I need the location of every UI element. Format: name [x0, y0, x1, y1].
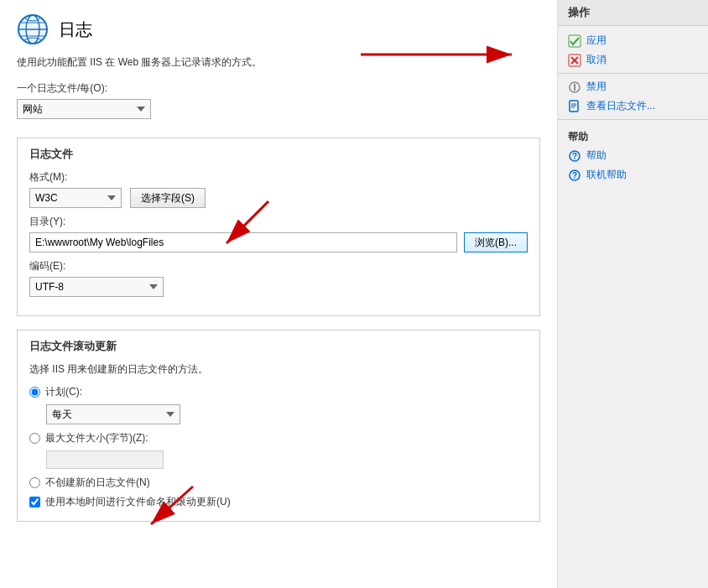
no-new-log-radio-label: 不创建新的日志文件(N) — [45, 476, 150, 490]
per-log-file-row: 一个日志文件/每(O): 网站 — [17, 81, 540, 119]
max-size-radio-label: 最大文件大小(字节)(Z): — [45, 431, 148, 445]
view-log-icon — [568, 100, 581, 113]
view-log-label: 查看日志文件... — [586, 99, 655, 113]
no-new-log-radio[interactable] — [29, 477, 40, 488]
per-log-file-select[interactable]: 网站 — [17, 99, 151, 119]
svg-point-5 — [18, 15, 47, 44]
log-file-section: 日志文件 格式(M): W3C IIS NCSA 自定义 选择字段(S) 目录(… — [17, 138, 540, 316]
encoding-label: 编码(E): — [29, 259, 528, 273]
per-log-file-label: 一个日志文件/每(O): — [17, 81, 540, 96]
sidebar-divider-1 — [558, 73, 708, 74]
directory-input[interactable] — [29, 232, 457, 252]
help-icon: ? — [568, 149, 581, 163]
apply-icon — [568, 34, 581, 48]
rolling-section-title: 日志文件滚动更新 — [29, 339, 528, 354]
view-log-action[interactable]: 查看日志文件... — [558, 96, 708, 116]
help-label: 帮助 — [586, 148, 606, 163]
online-help-label: 联机帮助 — [586, 168, 627, 182]
log-file-section-title: 日志文件 — [29, 147, 528, 162]
format-row: 格式(M): W3C IIS NCSA 自定义 选择字段(S) — [29, 170, 528, 208]
format-select[interactable]: W3C IIS NCSA 自定义 — [29, 188, 122, 208]
sidebar-actions: 应用 取消 禁用 — [558, 26, 708, 190]
rolling-section: 日志文件滚动更新 选择 IIS 用来创建新的日志文件的方法。 计划(C): 每天… — [17, 330, 540, 522]
max-size-input[interactable] — [46, 450, 164, 469]
schedule-radio[interactable] — [29, 387, 40, 398]
encoding-select[interactable]: UTF-8 ANSI — [29, 277, 164, 297]
enable-label: 禁用 — [586, 80, 606, 94]
page-description: 使用此功能配置 IIS 在 Web 服务器上记录请求的方式。 — [17, 55, 540, 70]
max-size-radio-row: 最大文件大小(字节)(Z): — [29, 431, 528, 445]
cancel-action[interactable]: 取消 — [558, 50, 708, 70]
schedule-select[interactable]: 每天 每小时 每周 每月 — [46, 404, 180, 424]
globe-icon — [17, 13, 49, 45]
help-action[interactable]: ? 帮助 — [558, 146, 708, 165]
svg-text:?: ? — [572, 171, 577, 180]
max-size-radio[interactable] — [29, 433, 40, 444]
page-header: 日志 — [17, 13, 540, 45]
online-help-action[interactable]: ? 联机帮助 — [558, 165, 708, 185]
cancel-icon — [568, 54, 581, 67]
encoding-row: 编码(E): UTF-8 ANSI — [29, 259, 528, 297]
select-fields-button[interactable]: 选择字段(S) — [130, 188, 206, 208]
sidebar-header: 操作 — [558, 0, 708, 26]
use-local-time-checkbox[interactable] — [29, 497, 40, 507]
svg-text:?: ? — [572, 152, 577, 161]
use-local-time-label: 使用本地时间进行文件命名和滚动更新(U) — [45, 495, 231, 509]
no-new-log-radio-row: 不创建新的日志文件(N) — [29, 476, 528, 490]
apply-label: 应用 — [586, 34, 606, 48]
rolling-description: 选择 IIS 用来创建新的日志文件的方法。 — [29, 362, 528, 377]
enable-icon — [568, 81, 581, 94]
schedule-radio-label: 计划(C): — [45, 385, 82, 399]
sidebar-divider-2 — [558, 119, 708, 120]
sidebar: 操作 应用 取消 — [557, 0, 708, 588]
help-section-label: 帮助 — [558, 123, 708, 146]
browse-button[interactable]: 浏览(B)... — [464, 232, 528, 252]
directory-row: 目录(Y): 浏览(B)... — [29, 215, 528, 252]
apply-action[interactable]: 应用 — [558, 31, 708, 50]
page-title: 日志 — [59, 18, 92, 41]
schedule-radio-row: 计划(C): — [29, 385, 528, 399]
use-local-time-row: 使用本地时间进行文件命名和滚动更新(U) — [29, 495, 528, 509]
online-help-icon: ? — [568, 169, 581, 182]
enable-action[interactable]: 禁用 — [558, 77, 708, 96]
format-label: 格式(M): — [29, 170, 528, 185]
cancel-label: 取消 — [586, 53, 606, 67]
directory-label: 目录(Y): — [29, 215, 528, 229]
